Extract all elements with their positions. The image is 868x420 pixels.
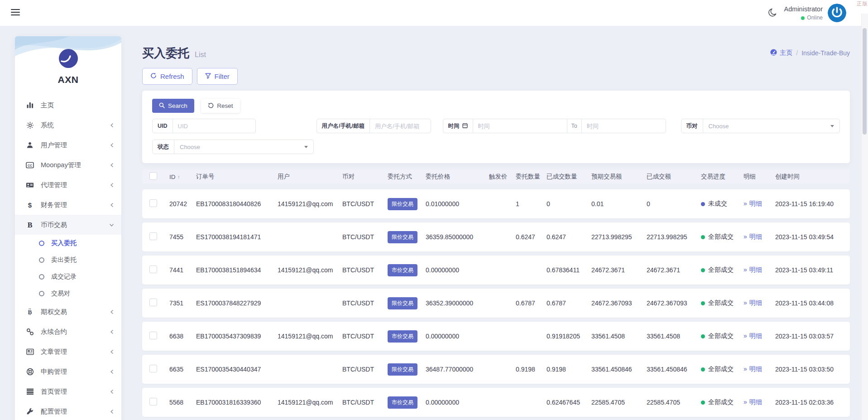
progress-status-dot bbox=[701, 268, 705, 272]
cell-user: 14159121@qq.com bbox=[278, 200, 342, 208]
sidebar-item-user-manage[interactable]: 用户管理 bbox=[15, 135, 121, 155]
cell-amount: 0.6247 bbox=[516, 233, 547, 241]
double-arrow-icon: » bbox=[743, 233, 747, 240]
column-header-id[interactable]: ID↑ bbox=[169, 174, 196, 180]
cell-filled_qty: 0.6247 bbox=[547, 233, 591, 241]
detail-link[interactable]: »明细 bbox=[743, 233, 762, 240]
scrollbar-track[interactable] bbox=[861, 14, 868, 420]
svg-text:B: B bbox=[28, 309, 32, 315]
news-icon bbox=[25, 348, 35, 355]
row-checkbox[interactable] bbox=[149, 199, 157, 207]
sidebar-item-label: 用户管理 bbox=[41, 141, 67, 150]
refresh-icon bbox=[150, 72, 157, 80]
sidebar-item-moonpay-manage[interactable]: CCMoonpay管理 bbox=[15, 155, 121, 175]
detail-link[interactable]: »明细 bbox=[743, 299, 762, 306]
double-arrow-icon: » bbox=[743, 299, 747, 306]
sidebar-item-perpetual-contract[interactable]: 永续合约 bbox=[15, 322, 121, 342]
column-header-expected_total: 预期交易额 bbox=[591, 173, 647, 181]
sidebar-subitem-trade-records[interactable]: 成交记录 bbox=[15, 268, 121, 285]
sidebar-item-config-manage[interactable]: 配置管理 bbox=[15, 401, 121, 420]
time-to-input[interactable] bbox=[582, 119, 666, 133]
sort-asc-icon: ↑ bbox=[177, 174, 180, 180]
filter-button[interactable]: Filter bbox=[197, 68, 238, 85]
chevron-left-icon bbox=[110, 329, 114, 334]
scrollbar-thumb[interactable] bbox=[863, 28, 867, 135]
progress-status-dot bbox=[701, 401, 705, 405]
sidebar-subitem-trading-pairs[interactable]: 交易对 bbox=[15, 285, 121, 302]
double-arrow-icon: » bbox=[743, 398, 747, 406]
radio-circle-icon bbox=[39, 291, 44, 296]
detail-link[interactable]: »明细 bbox=[743, 266, 762, 273]
cell-order_type: 市价交易 bbox=[388, 264, 426, 276]
sidebar-item-article-manage[interactable]: 文章管理 bbox=[15, 342, 121, 362]
table-row: 7351ES1700037848227929BTC/USDT限价交易36352.… bbox=[142, 289, 850, 318]
sidebar-item-home[interactable]: 主页 bbox=[15, 95, 121, 115]
reset-button[interactable]: Reset bbox=[201, 99, 240, 113]
breadcrumb-separator: / bbox=[796, 49, 798, 57]
status-select[interactable]: Choose bbox=[174, 140, 313, 154]
cell-created_at: 2023-11-15 03:03:50 bbox=[775, 366, 850, 373]
breadcrumb-home-link[interactable]: 主页 bbox=[770, 49, 792, 57]
detail-link[interactable]: »明细 bbox=[743, 200, 762, 207]
sidebar-item-agent-manage[interactable]: 代理管理 bbox=[15, 175, 121, 195]
b-icon: B bbox=[25, 221, 35, 229]
table-row: 6635ES1700035430440347BTC/USDT限价交易36487.… bbox=[142, 355, 850, 384]
sidebar-item-options-trading[interactable]: B期权交易 bbox=[15, 302, 121, 322]
cell-detail: »明细 bbox=[743, 365, 775, 373]
cell-user: 14159121@qq.com bbox=[278, 333, 342, 340]
cell-price: 36487.77000000 bbox=[426, 366, 489, 373]
sidebar-item-system[interactable]: 系统 bbox=[15, 115, 121, 135]
cell-detail: »明细 bbox=[743, 266, 775, 274]
home-icon bbox=[770, 49, 777, 57]
column-header-order_type: 委托方式 bbox=[388, 173, 426, 181]
cell-progress: 全部成交 bbox=[701, 332, 743, 340]
sidebar-item-label: 文章管理 bbox=[41, 348, 67, 356]
order-type-badge: 限价交易 bbox=[388, 363, 417, 376]
row-checkbox[interactable] bbox=[149, 398, 157, 406]
uid-input[interactable] bbox=[173, 119, 251, 133]
cell-pair: BTC/USDT bbox=[342, 200, 388, 208]
sidebar-item-spot-trading[interactable]: B币币交易 bbox=[15, 215, 121, 235]
pair-select[interactable]: Choose bbox=[703, 119, 839, 133]
time-filter-group: 时间 To bbox=[443, 119, 666, 133]
chevron-left-icon bbox=[110, 369, 114, 374]
detail-link[interactable]: »明细 bbox=[743, 365, 762, 372]
refresh-button[interactable]: Refresh bbox=[142, 68, 192, 85]
user-input[interactable] bbox=[370, 119, 431, 133]
cell-price: 36352.39000000 bbox=[426, 299, 489, 307]
status-filter-group: 状态 Choose bbox=[152, 140, 314, 154]
cell-order_type: 市价交易 bbox=[388, 330, 426, 343]
select-all-checkbox[interactable] bbox=[149, 172, 157, 180]
detail-link[interactable]: »明细 bbox=[743, 398, 762, 406]
time-from-input[interactable] bbox=[473, 119, 567, 133]
row-checkbox[interactable] bbox=[149, 365, 157, 372]
sidebar-subitem-buy-orders[interactable]: 买入委托 bbox=[15, 235, 121, 251]
table-row: 20742EB170008318044082614159121@qq.comBT… bbox=[142, 189, 850, 218]
search-button[interactable]: Search bbox=[152, 99, 194, 113]
sidebar-toggle-button[interactable] bbox=[11, 9, 20, 16]
detail-link[interactable]: »明细 bbox=[743, 332, 762, 339]
row-checkbox[interactable] bbox=[149, 332, 157, 339]
link-icon bbox=[25, 328, 35, 336]
radio-circle-icon bbox=[39, 257, 44, 263]
sidebar-item-homepage-manage[interactable]: 首页管理 bbox=[15, 381, 121, 401]
uid-filter-group: UID bbox=[152, 119, 256, 133]
avatar[interactable] bbox=[828, 4, 846, 22]
cell-filled_qty: 0 bbox=[547, 200, 591, 208]
cell-order_no: ES1700038194181471 bbox=[196, 233, 278, 241]
row-checkbox[interactable] bbox=[149, 266, 157, 273]
row-checkbox[interactable] bbox=[149, 299, 157, 306]
dark-mode-toggle[interactable] bbox=[767, 7, 778, 18]
sidebar-item-finance-manage[interactable]: $财务管理 bbox=[15, 195, 121, 215]
sidebar-subitem-sell-orders[interactable]: 卖出委托 bbox=[15, 251, 121, 268]
row-checkbox[interactable] bbox=[149, 232, 157, 240]
users-icon bbox=[25, 141, 35, 149]
sidebar-item-subscription-manage[interactable]: 申购管理 bbox=[15, 362, 121, 381]
user-menu[interactable]: Administrator Online bbox=[784, 5, 823, 21]
page-subtitle: List bbox=[195, 51, 206, 59]
sidebar-subitem-label: 买入委托 bbox=[51, 239, 77, 247]
chevron-left-icon bbox=[110, 163, 114, 168]
chevron-left-icon bbox=[110, 349, 114, 354]
cell-expected_total: 0.01 bbox=[591, 200, 647, 208]
search-panel: Search Reset UID 用户名/手机/邮箱 时间 bbox=[142, 91, 850, 163]
